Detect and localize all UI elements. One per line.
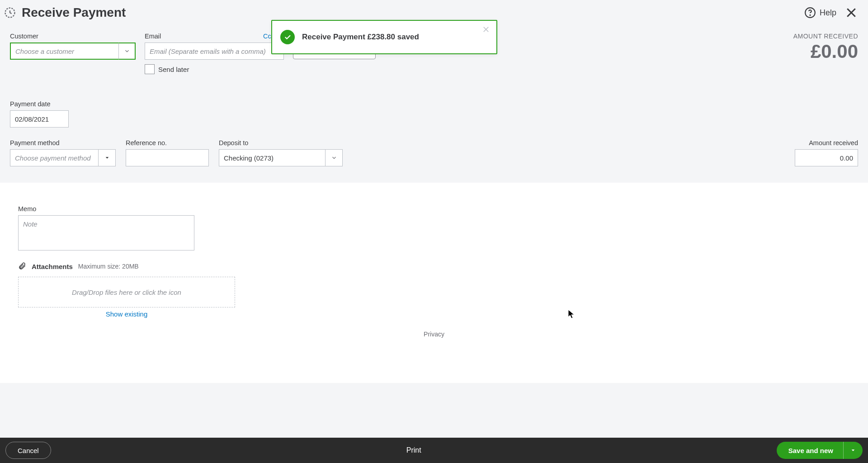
close-icon[interactable]: [844, 6, 858, 19]
chevron-down-icon: [124, 48, 130, 54]
toast-message: Receive Payment £238.80 saved: [302, 33, 419, 42]
amount-summary-label: AMOUNT RECEIVED: [793, 33, 858, 40]
send-later-checkbox[interactable]: [145, 64, 155, 74]
history-icon[interactable]: [4, 6, 16, 19]
save-button-caret[interactable]: [844, 442, 863, 459]
payment-method-placeholder: Choose payment method: [15, 154, 91, 162]
payment-method-caret[interactable]: [99, 149, 116, 166]
email-input[interactable]: [145, 43, 284, 60]
deposit-to-select[interactable]: Checking (0273): [219, 149, 343, 166]
footer-bar: Cancel Print Save and new: [0, 438, 868, 463]
cancel-button[interactable]: Cancel: [5, 442, 51, 459]
customer-label: Customer: [10, 33, 136, 40]
reference-no-label: Reference no.: [126, 139, 209, 146]
checkmark-icon: [280, 30, 295, 44]
help-icon: [804, 7, 816, 19]
reference-no-input[interactable]: [126, 149, 209, 166]
print-button[interactable]: Print: [406, 446, 421, 454]
amount-summary-value: £0.00: [793, 41, 858, 62]
payment-date-label: Payment date: [10, 100, 69, 108]
save-button-label: Save and new: [777, 442, 844, 459]
lower-panel: Memo Attachments Maximum size: 20MB Drag…: [0, 183, 868, 383]
success-toast: Receive Payment £238.80 saved: [271, 20, 497, 54]
caret-down-icon: [851, 448, 855, 453]
help-label: Help: [820, 8, 836, 18]
attachments-title: Attachments: [32, 263, 73, 270]
amount-received-label: Amount received: [795, 139, 858, 146]
attachments-hint: Maximum size: 20MB: [78, 263, 139, 270]
page-title: Receive Payment: [22, 5, 126, 20]
chevron-down-icon: [331, 155, 337, 161]
attachments-dropzone[interactable]: Drag/Drop files here or click the icon: [18, 277, 235, 307]
show-existing-link[interactable]: Show existing: [106, 310, 148, 318]
attachment-icon[interactable]: [18, 261, 26, 271]
memo-textarea[interactable]: [18, 215, 194, 250]
amount-received-summary: AMOUNT RECEIVED £0.00: [793, 33, 858, 62]
save-and-new-button[interactable]: Save and new: [777, 442, 863, 459]
deposit-to-value: Checking (0273): [224, 154, 274, 162]
send-later-label: Send later: [158, 66, 189, 73]
customer-dropdown-caret[interactable]: [118, 43, 136, 60]
help-button[interactable]: Help: [804, 7, 836, 19]
customer-combobox[interactable]: Choose a customer: [10, 43, 136, 60]
memo-label: Memo: [18, 205, 850, 213]
customer-placeholder: Choose a customer: [15, 47, 74, 55]
dropzone-text: Drag/Drop files here or click the icon: [72, 288, 181, 296]
caret-down-icon: [105, 156, 109, 160]
email-label: Email: [145, 33, 161, 40]
payment-method-label: Payment method: [10, 139, 116, 146]
payment-method-select[interactable]: Choose payment method: [10, 149, 116, 166]
toast-close-icon[interactable]: [482, 25, 490, 33]
deposit-to-label: Deposit to: [219, 139, 343, 146]
amount-received-input[interactable]: [795, 149, 858, 166]
svg-point-2: [810, 15, 810, 15]
deposit-to-caret[interactable]: [326, 149, 343, 166]
payment-date-input[interactable]: [10, 110, 69, 128]
privacy-link[interactable]: Privacy: [18, 331, 850, 338]
